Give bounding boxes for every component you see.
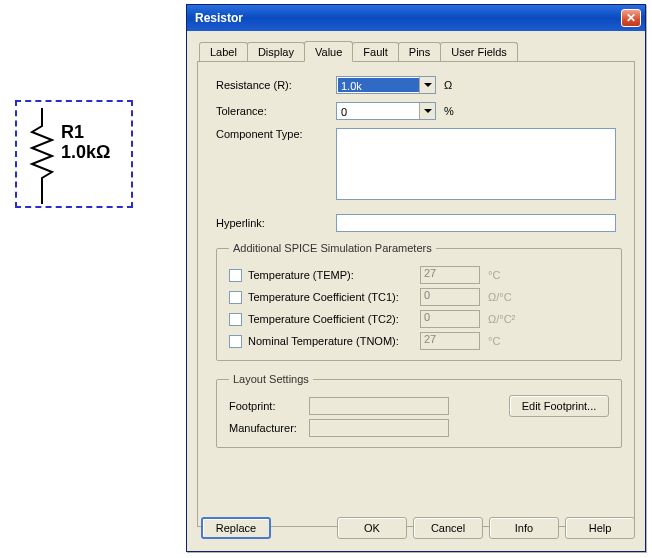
resistance-label: Resistance (R): — [216, 79, 336, 91]
temp-checkbox[interactable] — [229, 269, 242, 282]
tc2-unit: Ω/°C² — [488, 313, 515, 325]
component-type-field[interactable] — [336, 128, 616, 200]
tolerance-combo[interactable]: 0 — [336, 102, 436, 120]
close-button[interactable]: ✕ — [621, 9, 641, 27]
manufacturer-label: Manufacturer: — [229, 422, 309, 434]
tnom-field[interactable]: 27 — [420, 332, 480, 350]
hyperlink-label: Hyperlink: — [216, 217, 336, 229]
chevron-down-icon — [419, 103, 435, 119]
dialog-titlebar[interactable]: Resistor ✕ — [187, 5, 645, 31]
footprint-field — [309, 397, 449, 415]
info-button[interactable]: Info — [489, 517, 559, 539]
tab-display[interactable]: Display — [247, 42, 305, 61]
tc2-checkbox[interactable] — [229, 313, 242, 326]
tolerance-unit: % — [444, 105, 454, 117]
tc1-field[interactable]: 0 — [420, 288, 480, 306]
dialog-button-bar: Replace OK Cancel Info Help — [195, 517, 635, 539]
tc2-label: Temperature Coefficient (TC2): — [248, 313, 420, 325]
layout-legend: Layout Settings — [229, 373, 313, 385]
temp-field[interactable]: 27 — [420, 266, 480, 284]
layout-settings-group: Layout Settings Footprint: Edit Footprin… — [216, 373, 622, 448]
tab-strip: Label Display Value Fault Pins User Fiel… — [199, 41, 641, 61]
tab-fault[interactable]: Fault — [352, 42, 398, 61]
tnom-checkbox[interactable] — [229, 335, 242, 348]
resistance-unit: Ω — [444, 79, 452, 91]
hyperlink-field[interactable] — [336, 214, 616, 232]
resistance-combo[interactable]: 1.0k — [336, 76, 436, 94]
tab-value[interactable]: Value — [304, 41, 353, 62]
tab-pane-value: Resistance (R): 1.0k Ω Tolerance: 0 — [197, 61, 635, 527]
chevron-down-icon — [419, 77, 435, 93]
dialog-title: Resistor — [195, 11, 243, 25]
cancel-button[interactable]: Cancel — [413, 517, 483, 539]
help-button[interactable]: Help — [565, 517, 635, 539]
resistor-properties-dialog: Resistor ✕ Label Display Value Fault Pin… — [186, 4, 646, 552]
temp-unit: °C — [488, 269, 500, 281]
manufacturer-field — [309, 419, 449, 437]
tab-user-fields[interactable]: User Fields — [440, 42, 518, 61]
resistance-value: 1.0k — [338, 78, 419, 92]
tc1-checkbox[interactable] — [229, 291, 242, 304]
tc1-label: Temperature Coefficient (TC1): — [248, 291, 420, 303]
edit-footprint-button[interactable]: Edit Footprint... — [509, 395, 609, 417]
footprint-label: Footprint: — [229, 400, 309, 412]
tolerance-label: Tolerance: — [216, 105, 336, 117]
tc1-unit: Ω/°C — [488, 291, 512, 303]
component-value: 1.0kΩ — [61, 142, 110, 163]
component-refdes: R1 — [61, 122, 84, 143]
tab-label[interactable]: Label — [199, 42, 248, 61]
replace-button[interactable]: Replace — [201, 517, 271, 539]
tolerance-value: 0 — [338, 104, 419, 118]
tnom-unit: °C — [488, 335, 500, 347]
resistor-component[interactable]: R1 1.0kΩ — [15, 100, 133, 208]
tc2-field[interactable]: 0 — [420, 310, 480, 328]
close-icon: ✕ — [626, 11, 636, 25]
spice-legend: Additional SPICE Simulation Parameters — [229, 242, 436, 254]
temp-label: Temperature (TEMP): — [248, 269, 420, 281]
tab-pins[interactable]: Pins — [398, 42, 441, 61]
tnom-label: Nominal Temperature (TNOM): — [248, 335, 420, 347]
component-type-label: Component Type: — [216, 128, 336, 140]
spice-parameters-group: Additional SPICE Simulation Parameters T… — [216, 242, 622, 361]
resistor-symbol-icon — [27, 108, 57, 204]
ok-button[interactable]: OK — [337, 517, 407, 539]
